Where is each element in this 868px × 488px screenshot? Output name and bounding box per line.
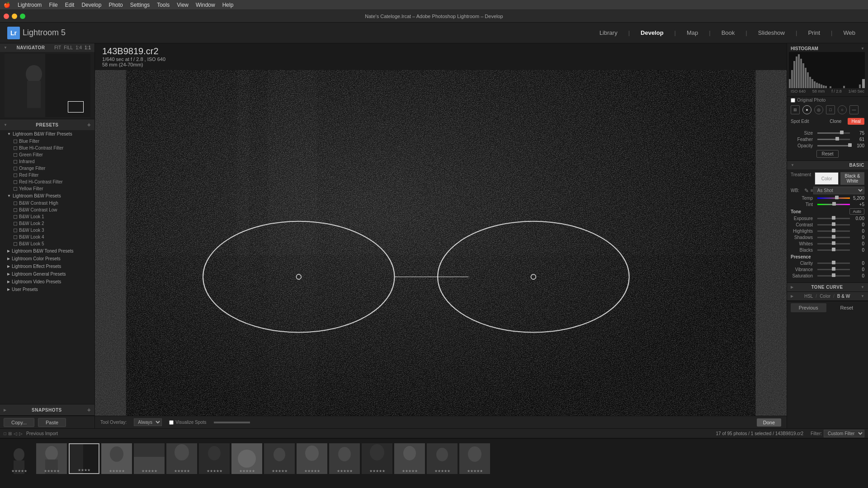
done-button[interactable]: Done bbox=[757, 418, 781, 427]
nav-1-4[interactable]: 1:4 bbox=[75, 45, 82, 50]
vibrance-slider-thumb[interactable] bbox=[832, 267, 835, 271]
film-thumb-7[interactable]: ★★★★★ bbox=[199, 443, 230, 474]
film-thumb-5[interactable]: ★★★★★ bbox=[134, 443, 165, 474]
original-photo-checkbox[interactable] bbox=[791, 98, 795, 103]
film-thumb-10[interactable]: ★★★★★ bbox=[297, 443, 327, 474]
close-button[interactable] bbox=[4, 14, 9, 19]
preset-bw-contrast-high[interactable]: B&W Contrast High bbox=[0, 200, 94, 206]
film-thumb-9[interactable]: ★★★★★ bbox=[264, 443, 295, 474]
nav-map[interactable]: Map bbox=[681, 29, 703, 36]
exposure-slider-thumb[interactable] bbox=[832, 216, 835, 220]
photo-view[interactable] bbox=[95, 70, 787, 416]
menu-develop[interactable]: Develop bbox=[81, 2, 101, 8]
film-thumb-2[interactable]: ★★★★★ bbox=[36, 443, 67, 474]
clone-mode-button[interactable]: Clone bbox=[826, 118, 845, 125]
film-thumb-14[interactable]: ★★★★★ bbox=[427, 443, 458, 474]
contrast-slider-thumb[interactable] bbox=[832, 222, 835, 226]
preset-bw-look-5[interactable]: B&W Look 5 bbox=[0, 240, 94, 247]
preset-group-general-header[interactable]: ▶ Lightroom General Presets bbox=[0, 270, 94, 278]
tool-radfilter-icon[interactable]: ○ bbox=[838, 105, 847, 114]
film-thumb-6[interactable]: ★★★★★ bbox=[166, 443, 197, 474]
preset-bw-look-2[interactable]: B&W Look 2 bbox=[0, 220, 94, 227]
view-grid-icon[interactable]: ⊞ bbox=[8, 431, 12, 436]
preset-red-hi-contrast[interactable]: Red Hi-Contrast Filter bbox=[0, 178, 94, 185]
tool-crop-icon[interactable]: ⊞ bbox=[791, 105, 800, 114]
preset-group-bw-presets-header[interactable]: ▼ Lightroom B&W Presets bbox=[0, 192, 94, 200]
bw-link[interactable]: B & W bbox=[837, 294, 850, 299]
nav-fill[interactable]: FILL bbox=[64, 45, 73, 50]
preset-group-video-header[interactable]: ▶ Lightroom Video Presets bbox=[0, 278, 94, 286]
spots-slider[interactable] bbox=[214, 422, 250, 423]
film-thumb-8[interactable]: ★★★★★ bbox=[231, 443, 262, 474]
nav-book[interactable]: Book bbox=[716, 29, 741, 36]
menu-view[interactable]: View bbox=[177, 2, 189, 8]
visualize-spots-checkbox[interactable] bbox=[169, 420, 174, 425]
preset-group-bw-filter-header[interactable]: ▼ Lightroom B&W Filter Presets bbox=[0, 130, 94, 138]
tool-spot-heal-icon[interactable]: ● bbox=[802, 105, 811, 114]
nav-fit[interactable]: FIT bbox=[54, 45, 61, 50]
minimize-button[interactable] bbox=[12, 14, 17, 19]
previous-button[interactable]: Previous bbox=[791, 303, 826, 312]
bw-treatment-button[interactable]: Black & White bbox=[840, 172, 864, 185]
nav-library[interactable]: Library bbox=[594, 29, 623, 36]
menu-edit[interactable]: Edit bbox=[65, 2, 75, 8]
saturation-slider-thumb[interactable] bbox=[832, 273, 835, 277]
preset-bw-contrast-low[interactable]: B&W Contrast Low bbox=[0, 206, 94, 213]
preset-blue-filter[interactable]: Blue Filter bbox=[0, 138, 94, 145]
film-thumb-11[interactable]: ★★★★★ bbox=[329, 443, 360, 474]
basic-header[interactable]: ▼ Basic bbox=[787, 161, 868, 169]
whites-slider-track[interactable] bbox=[817, 243, 850, 244]
hsl-link[interactable]: HSL bbox=[804, 294, 813, 299]
import-label[interactable]: Previous Import bbox=[26, 431, 58, 436]
color-link[interactable]: Color bbox=[820, 294, 830, 299]
nav-web[interactable]: Web bbox=[838, 29, 861, 36]
temp-slider-track[interactable] bbox=[817, 197, 850, 199]
reset-button[interactable]: Reset bbox=[829, 303, 865, 312]
menu-photo[interactable]: Photo bbox=[108, 2, 123, 8]
menu-tools[interactable]: Tools bbox=[157, 2, 170, 8]
size-slider-track[interactable] bbox=[817, 132, 850, 134]
preset-group-bw-toned-header[interactable]: ▶ Lightroom B&W Toned Presets bbox=[0, 247, 94, 255]
tool-gradfilter-icon[interactable]: □ bbox=[826, 105, 835, 114]
apple-menu[interactable]: 🍎 bbox=[4, 2, 10, 8]
wb-eyedropper-icon[interactable]: ✎ bbox=[804, 188, 809, 194]
film-thumb-1[interactable]: ★★★★★ bbox=[4, 443, 34, 474]
nav-develop[interactable]: Develop bbox=[635, 29, 669, 36]
tone-curve-header[interactable]: ▶ Tone Curve ▼ bbox=[787, 283, 868, 291]
tool-redeye-icon[interactable]: ◎ bbox=[814, 105, 823, 114]
view-prev-icon[interactable]: ◁ bbox=[14, 431, 17, 436]
wb-select[interactable]: As Shot bbox=[813, 187, 864, 194]
nav-print[interactable]: Print bbox=[802, 29, 826, 36]
feather-slider-track[interactable] bbox=[817, 139, 850, 140]
tint-slider-track[interactable] bbox=[817, 204, 850, 205]
menu-help[interactable]: Help bbox=[222, 2, 234, 8]
overlay-select[interactable]: Always bbox=[134, 418, 162, 426]
preset-group-effect-header[interactable]: ▶ Lightroom Effect Presets bbox=[0, 263, 94, 270]
highlights-slider-thumb[interactable] bbox=[832, 229, 835, 232]
clarity-slider-thumb[interactable] bbox=[832, 261, 835, 264]
opacity-slider-thumb[interactable] bbox=[848, 143, 852, 147]
menu-lightroom[interactable]: Lightroom bbox=[18, 2, 42, 8]
tool-adjustbrush-icon[interactable]: — bbox=[849, 105, 859, 114]
copy-button[interactable]: Copy... bbox=[4, 418, 34, 427]
maximize-button[interactable] bbox=[20, 14, 25, 19]
preset-yellow-filter[interactable]: Yellow Filter bbox=[0, 185, 94, 192]
feather-slider-thumb[interactable] bbox=[835, 137, 839, 141]
view-single-icon[interactable]: □ bbox=[4, 431, 6, 436]
menu-settings[interactable]: Settings bbox=[130, 2, 150, 8]
exposure-slider-track[interactable] bbox=[817, 218, 850, 219]
histogram-header[interactable]: Histogram ▼ bbox=[789, 45, 866, 52]
paste-button[interactable]: Paste bbox=[38, 418, 66, 427]
whites-slider-thumb[interactable] bbox=[832, 241, 835, 245]
presets-add-button[interactable]: + bbox=[87, 121, 91, 128]
filter-select[interactable]: Custom Filter bbox=[824, 430, 864, 437]
shadows-slider-thumb[interactable] bbox=[832, 235, 835, 239]
preset-green-filter[interactable]: Green Filter bbox=[0, 151, 94, 158]
preset-blue-hi-contrast[interactable]: Blue Hi-Contrast Filter bbox=[0, 145, 94, 151]
hsl-header[interactable]: ▶ HSL / Color / B & W ▼ bbox=[787, 292, 868, 300]
snapshots-header[interactable]: ▶ Snapshots + bbox=[0, 404, 94, 415]
size-slider-thumb[interactable] bbox=[840, 131, 844, 134]
highlights-slider-track[interactable] bbox=[817, 230, 850, 232]
view-next-icon[interactable]: ▷ bbox=[19, 431, 23, 436]
clarity-slider-track[interactable] bbox=[817, 263, 850, 264]
